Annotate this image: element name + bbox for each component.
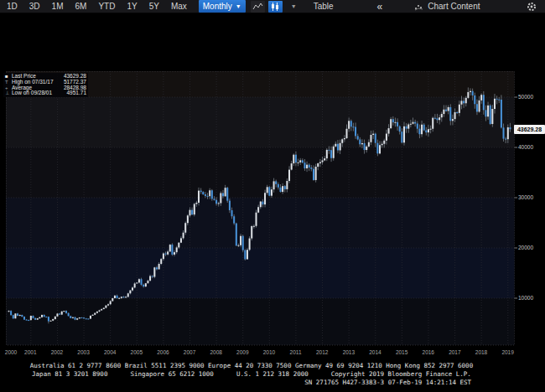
x-axis-year-label: 2011 [285, 349, 307, 355]
x-axis-year-label: 2018 [470, 349, 492, 355]
y-axis-tick-label: 50000 [518, 94, 533, 100]
x-axis-year-label: 2002 [46, 349, 68, 355]
x-axis-year-label: 2012 [311, 349, 333, 355]
chevron-down-icon: ▼ [236, 3, 241, 9]
legend-value: 4951.71 [67, 90, 87, 96]
x-axis-year-label: 2019 [497, 349, 519, 355]
x-axis-year-label: 2000 [0, 349, 22, 355]
x-axis-year-label: 2015 [391, 349, 413, 355]
x-axis-year-label: 2007 [179, 349, 200, 355]
legend-low: ⊥Low on 09/28/014951.71 [5, 90, 86, 96]
chart-legend: ■Last Price43629.28THigh on 07/31/175177… [3, 73, 88, 97]
footer-copyright-line: Japan 81 3 3201 8900 Singapore 65 6212 1… [0, 370, 503, 378]
line-chart-icon [252, 2, 263, 11]
x-axis-year-label: 2014 [364, 349, 386, 355]
tab-range-ytd[interactable]: YTD [98, 2, 115, 11]
tab-range-1y[interactable]: 1Y [127, 2, 137, 11]
chart-tabbar: 1D3D1M6MYTD1Y5YMax Monthly▼ ▼ Table « Ch… [0, 0, 545, 13]
y-axis-tick-label: 10000 [518, 295, 533, 301]
legend-marker-icon: ■ [5, 74, 12, 80]
tab-range-3d[interactable]: 3D [29, 2, 40, 11]
legend-marker-icon: T [5, 80, 12, 85]
x-axis-year-label: 2013 [338, 349, 360, 355]
y-axis-tick-label: 30000 [518, 194, 533, 200]
chart-content-icon [414, 3, 423, 11]
period-dropdown[interactable]: Monthly▼ [199, 0, 246, 13]
candlestick-chart[interactable] [0, 0, 545, 392]
x-axis-year-label: 2001 [19, 349, 41, 355]
tab-range-1d[interactable]: 1D [7, 2, 18, 11]
x-axis-year-label: 2004 [99, 349, 121, 355]
table-button[interactable]: Table [314, 2, 334, 11]
chart-content-button[interactable]: Chart Content [414, 2, 480, 11]
x-axis-year-label: 2016 [418, 349, 439, 355]
x-axis-year-label: 2008 [205, 349, 227, 355]
tab-range-5y[interactable]: 5Y [149, 2, 159, 11]
range-tabs: 1D3D1M6MYTD1Y5YMax [7, 2, 199, 11]
x-axis-year-label: 2006 [152, 349, 174, 355]
candle-chart-button[interactable] [268, 1, 283, 13]
tab-range-6m[interactable]: 6M [75, 2, 87, 11]
x-axis-year-label: 2003 [73, 349, 95, 355]
candle-chart-icon [270, 2, 280, 12]
last-price-axis-tag: 43629.28 [514, 125, 545, 134]
x-axis-year-label: 2017 [444, 349, 465, 355]
y-axis-tick-label: 40000 [518, 144, 533, 150]
x-axis-year-label: 2010 [258, 349, 280, 355]
footer-session-line: SN 271765 H427-3383-3 07-Feb-19 14:21:14… [0, 379, 471, 386]
legend-marker-icon: + [5, 85, 12, 91]
collapse-panel-button[interactable]: « [377, 1, 383, 13]
x-axis-year-label: 2009 [231, 349, 253, 355]
bloomberg-terminal-window: MEXBOL ↓ 43629.28 -226.50 At 14:21 Vol 9… [0, 0, 545, 392]
legend-label: Low on 09/28/01 [12, 90, 52, 96]
tab-range-max[interactable]: Max [171, 2, 187, 11]
footer-contact-line: Australia 61 2 9777 8600 Brazil 5511 239… [0, 362, 503, 369]
legend-marker-icon: ⊥ [5, 90, 12, 96]
chart-type-more-dropdown[interactable]: ▼ [291, 3, 297, 9]
y-axis-tick-label: 20000 [518, 245, 533, 250]
x-axis-year-label: 2005 [126, 349, 148, 355]
line-chart-button[interactable] [251, 1, 265, 13]
settings-gear-icon[interactable] [527, 2, 537, 12]
tab-range-1m[interactable]: 1M [52, 2, 64, 11]
